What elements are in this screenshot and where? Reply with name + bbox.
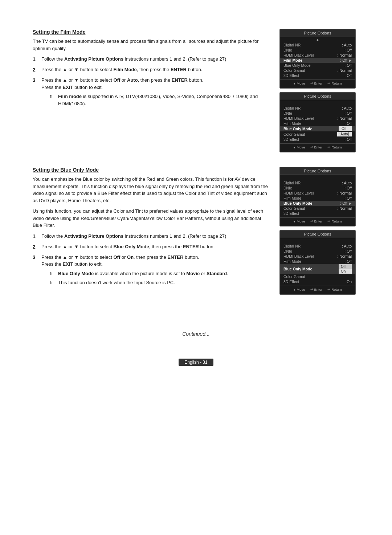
content-area: Setting the Film Mode The TV can be set … <box>33 29 359 309</box>
blue-step-3: 3 Press the ▲ or ▼ button to select Off … <box>33 254 269 289</box>
blue-only-section: Setting the Blue Only Mode You can empha… <box>33 167 359 295</box>
note-bullet: fi <box>50 279 56 286</box>
note-text: Blue Only Mode is available when the pic… <box>58 270 269 277</box>
box-row-digital-nr: Digital NR : Auto <box>280 244 355 249</box>
footer-enter: ↵ Enter <box>310 219 323 223</box>
note-text: Film mode is supported in ATV, DTV(480i/… <box>58 93 269 107</box>
footer-enter: ↵ Enter <box>310 287 323 291</box>
film-mode-text: Setting the Film Mode The TV can be set … <box>33 29 269 152</box>
page: Setting the Film Mode The TV can be set … <box>0 0 392 402</box>
blue-only-intro2: Using this function, you can adjust the … <box>33 208 269 229</box>
box-row-film-mode: Film Mode : Off <box>280 121 355 126</box>
box-row-film-mode: Film Mode : Off ▶ <box>280 58 355 63</box>
box-footer: ⬥ Move ↵ Enter ↩ Return <box>280 79 355 86</box>
step-content: Follow the Activating Picture Options in… <box>41 56 269 63</box>
box-row-digital-nr: Digital NR : Auto <box>280 42 355 48</box>
box-row-color-gamut: Color Gamut : Auto] <box>280 131 355 137</box>
box-row-color-gamut: Color Gamut : Normal <box>280 68 355 73</box>
blue-only-images: Picture Options ▲ Digital NR : Auto DNIe… <box>279 167 359 295</box>
blue-note-2: fi This function doesn't work when the I… <box>50 279 269 286</box>
box-row-film-mode: Film Mode : Off <box>280 259 355 264</box>
picture-options-box-2: Picture Options ▲ Digital NR : Auto DNIe… <box>279 92 356 152</box>
footer-return: ↩ Return <box>327 145 342 149</box>
box-row-3d-effect: 3D Effect : Off <box>280 137 355 142</box>
box-footer: ⬥ Move ↵ Enter ↩ Return <box>280 217 355 224</box>
footer-move: ⬥ Move <box>293 219 305 223</box>
box-row-color-gamut: Color Gamut <box>280 274 355 279</box>
box-row-digital-nr: Digital NR : Auto <box>280 180 355 185</box>
note-bullet: fi <box>50 93 56 107</box>
box-row-hdmi: HDMI Black Level : Normal <box>280 254 355 259</box>
film-step-1: 1 Follow the Activating Picture Options … <box>33 56 269 63</box>
page-number-badge: English - 31 <box>179 359 213 366</box>
film-mode-note: fi Film mode is supported in ATV, DTV(48… <box>50 93 269 107</box>
box-row-film-mode: Film Mode : Off <box>280 196 355 201</box>
film-mode-title: Setting the Film Mode <box>33 29 269 35</box>
page-footer: English - 31 <box>33 359 359 373</box>
box-title: Picture Options <box>280 230 355 238</box>
continued-text: Continued... <box>33 331 359 337</box>
footer-enter: ↵ Enter <box>310 81 323 85</box>
step-number: 2 <box>33 243 38 251</box>
step-number: 3 <box>33 254 38 289</box>
box-row-dnie: DNIe : Off <box>280 185 355 191</box>
blue-only-intro1: You can emphasize the Blue color by swit… <box>33 176 269 204</box>
footer-return: ↩ Return <box>327 219 342 223</box>
blue-step-1: 1 Follow the Activating Picture Options … <box>33 233 269 240</box>
step-content: Press the ▲ or ▼ button to select Blue O… <box>41 243 269 251</box>
step-content: Press the ▲ or ▼ button to select Off or… <box>41 77 269 109</box>
step-number: 2 <box>33 66 38 74</box>
step-number: 1 <box>33 233 38 240</box>
step-content: Press the ▲ or ▼ button to select Film M… <box>41 66 269 74</box>
note-text: This function doesn't work when the Inpu… <box>58 279 269 286</box>
footer-return: ↩ Return <box>327 287 342 291</box>
footer-enter: ↵ Enter <box>310 145 323 149</box>
step-content: Follow the Activating Picture Options in… <box>41 233 269 240</box>
box-row-hdmi: HDMI Black Level : Normal <box>280 191 355 196</box>
blue-step-2: 2 Press the ▲ or ▼ button to select Blue… <box>33 243 269 251</box>
blue-only-title: Setting the Blue Only Mode <box>33 167 269 173</box>
box-row-hdmi: HDMI Black Level : Normal <box>280 53 355 58</box>
footer-move: ⬥ Move <box>293 81 305 85</box>
footer-return: ↩ Return <box>327 81 342 85</box>
box-row-color-gamut: Color Gamut : Normal <box>280 206 355 211</box>
film-step-3: 3 Press the ▲ or ▼ button to select Off … <box>33 77 269 109</box>
box-row-dnie: DNIe : Off <box>280 111 355 116</box>
step-number: 3 <box>33 77 38 109</box>
box-row-hdmi: HDMI Black Level : Normal <box>280 116 355 121</box>
box-row-3d-effect: 3D Effect <box>280 211 355 216</box>
film-step-2: 2 Press the ▲ or ▼ button to select Film… <box>33 66 269 74</box>
box-row-blue-only: Blue Only Mode : Off <box>280 63 355 68</box>
picture-options-box-3: Picture Options ▲ Digital NR : Auto DNIe… <box>279 167 356 226</box>
note-bullet: fi <box>50 270 56 277</box>
step-content: Press the ▲ or ▼ button to select Off or… <box>41 254 269 289</box>
film-mode-intro: The TV can be set to automatically sense… <box>33 38 269 52</box>
step-number: 1 <box>33 56 38 63</box>
box-title: Picture Options <box>280 93 355 100</box>
box-footer: ⬥ Move ↵ Enter ↩ Return <box>280 286 355 292</box>
picture-options-box-1: Picture Options ▲ Digital NR : Auto DNIe… <box>279 29 356 89</box>
box-row-blue-only: Blue Only Mode : Off ▶ <box>280 201 355 206</box>
box-row-blue-only: Blue Only Mode Off <box>280 126 355 131</box>
box-row-digital-nr: Digital NR : Auto <box>280 106 355 111</box>
box-row-dnie: DNIe : Off <box>280 48 355 53</box>
box-row-blue-only: Blue Only Mode Off On <box>280 264 355 274</box>
blue-only-text: Setting the Blue Only Mode You can empha… <box>33 167 269 295</box>
box-footer: ⬥ Move ↵ Enter ↩ Return <box>280 143 355 150</box>
box-title: Picture Options <box>280 167 355 175</box>
footer-move: ⬥ Move <box>293 145 305 149</box>
box-title: Picture Options <box>280 29 355 37</box>
box-row-3d-effect: 3D Effect : Off <box>280 73 355 78</box>
film-mode-section: Setting the Film Mode The TV can be set … <box>33 29 359 152</box>
picture-options-box-4: Picture Options ▲ Digital NR : Auto DNIe… <box>279 230 356 295</box>
box-row-dnie: DNIe : Off <box>280 249 355 254</box>
box-row-3d-effect: 3D Effect : On <box>280 279 355 284</box>
blue-note-1: fi Blue Only Mode is available when the … <box>50 270 269 277</box>
film-mode-images: Picture Options ▲ Digital NR : Auto DNIe… <box>279 29 359 152</box>
scroll-up-arrow: ▲ <box>280 37 355 42</box>
footer-move: ⬥ Move <box>293 287 305 291</box>
